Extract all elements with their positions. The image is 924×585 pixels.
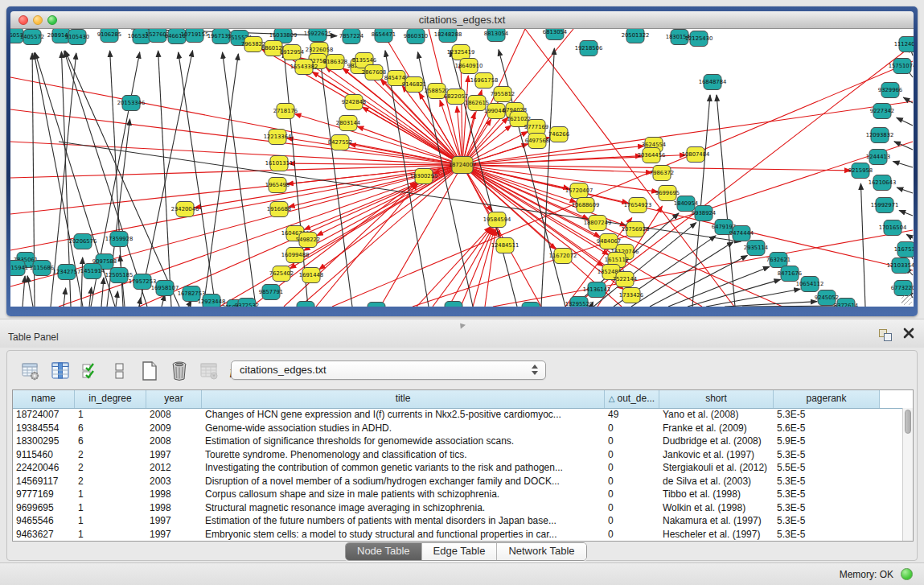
- column-header-short[interactable]: short: [659, 390, 774, 408]
- graph-node-label: 1733426: [619, 292, 643, 299]
- graph-edge-black[interactable]: [706, 289, 800, 307]
- graph-edge-red[interactable]: [10, 77, 462, 165]
- graph-node[interactable]: [368, 303, 385, 307]
- graph-edge-black[interactable]: [81, 257, 83, 307]
- tab-edge-table[interactable]: Edge Table: [422, 543, 498, 560]
- table-row[interactable]: 946362711997Embryonic stem cells: a mode…: [13, 528, 902, 542]
- graph-node-label: 16958107: [151, 285, 179, 291]
- graph-node-label: 16848784: [699, 79, 727, 85]
- graph-node-label: 15922625: [304, 31, 332, 37]
- table-row[interactable]: 977716911998Corpus callosum shape and si…: [13, 488, 902, 501]
- graph-edge-black[interactable]: [897, 187, 913, 193]
- new-table-icon[interactable]: [139, 360, 160, 381]
- table-settings-icon[interactable]: [20, 360, 41, 381]
- column-header-title[interactable]: title: [202, 390, 605, 408]
- graph-edge-red[interactable]: [525, 29, 734, 307]
- graph-edge-red[interactable]: [493, 230, 913, 307]
- graph-edge-black[interactable]: [899, 210, 913, 216]
- graph-edge-black[interactable]: [742, 306, 846, 307]
- graph-edge-red[interactable]: [10, 165, 462, 286]
- table-row[interactable]: 1872400712008Changes of HCN gene express…: [13, 408, 902, 422]
- window-titlebar[interactable]: citations_edges.txt: [10, 11, 914, 29]
- graph-edge-red[interactable]: [300, 165, 462, 307]
- table-row[interactable]: 911546021997Tourette syndrome. Phenomeno…: [13, 448, 902, 462]
- table-cell-name: 19384554: [13, 422, 75, 434]
- canvas-resize-grip-icon[interactable]: [901, 295, 912, 305]
- graph-edge-black[interactable]: [906, 234, 913, 238]
- graph-edge-red[interactable]: [462, 165, 913, 270]
- graph-node-label: 12325419: [447, 49, 475, 56]
- graph-edge-black[interactable]: [668, 266, 770, 307]
- network-graph[interactable]: 2060530140557220891406910543091062851065…: [10, 29, 914, 307]
- graph-edge-black[interactable]: [860, 183, 865, 307]
- graph-edge-black[interactable]: [893, 162, 913, 167]
- graph-node-label: 18640910: [455, 63, 483, 69]
- graph-edge-red[interactable]: [287, 138, 462, 165]
- graph-edge-red[interactable]: [462, 146, 644, 165]
- table-cell-out_degree: 0: [605, 476, 659, 487]
- graph-node-label: 9474444: [729, 230, 754, 237]
- splitter-handle[interactable]: [458, 321, 466, 329]
- table-cell-short: Stergiakouli et al. (2012): [659, 462, 774, 473]
- graph-edge-red[interactable]: [362, 107, 462, 165]
- column-header-out_degree[interactable]: △out_de...: [605, 390, 659, 408]
- graph-node-label: 17359928: [105, 236, 133, 242]
- tab-network-table[interactable]: Network Table: [497, 543, 585, 560]
- table-row[interactable]: 1456911722003Disruption of a novel membe…: [13, 475, 902, 488]
- graph-node-label: 1405572: [20, 34, 44, 40]
- float-panel-icon[interactable]: [879, 329, 892, 340]
- table-panel: f(x) citations_edges.txt namein_degreeye…: [6, 350, 918, 561]
- graph-edge-black[interactable]: [158, 51, 171, 307]
- graph-node[interactable]: [522, 303, 540, 307]
- graph-edge-black[interactable]: [101, 278, 104, 307]
- graph-edge-red[interactable]: [380, 165, 462, 307]
- graph-edge-red[interactable]: [316, 183, 417, 307]
- table-toolbar: f(x): [20, 359, 248, 383]
- graph-node-label: 18724007: [449, 162, 477, 168]
- graph-edge-black[interactable]: [139, 51, 193, 307]
- column-visibility-icon[interactable]: [50, 360, 71, 381]
- column-header-name[interactable]: name: [13, 390, 75, 408]
- close-panel-icon[interactable]: [903, 328, 914, 339]
- table-body[interactable]: 1872400712008Changes of HCN gene express…: [13, 408, 902, 541]
- table-cell-short: Dudbridge et al. (2008): [659, 435, 774, 447]
- graph-edge-red[interactable]: [220, 165, 462, 307]
- column-header-in_degree[interactable]: in_degree: [75, 390, 146, 408]
- graph-edge-black[interactable]: [223, 52, 256, 307]
- graph-node-label: 12103354: [887, 262, 914, 269]
- scrollbar-thumb[interactable]: [905, 410, 911, 434]
- graph-node-label: 9245052: [815, 295, 839, 301]
- table-row[interactable]: 1938455462009Genome-wide association stu…: [13, 422, 902, 435]
- graph-node-label: 15751074: [889, 63, 914, 69]
- row-selection-icon[interactable]: [80, 360, 101, 381]
- graph-node-label: 14136141: [583, 286, 611, 293]
- table-cell-pagerank: 5.9E-5: [774, 435, 880, 447]
- graph-edge-black[interactable]: [116, 291, 117, 307]
- tab-node-table[interactable]: Node Table: [346, 543, 422, 560]
- graph-node-label: 20206576: [69, 238, 97, 245]
- table-row[interactable]: 2242004622012Investigating the contribut…: [13, 461, 902, 475]
- delete-entries-icon[interactable]: [169, 360, 190, 381]
- table-row[interactable]: 1830029562008Estimation of significance …: [13, 435, 902, 448]
- memory-status-icon[interactable]: [901, 568, 913, 580]
- graph-node-label: 8225471: [441, 306, 466, 307]
- table-cell-pagerank: 5.3E-5: [774, 409, 880, 420]
- table-row[interactable]: 969969511998Structural magnetic resonanc…: [13, 501, 902, 515]
- node-table[interactable]: namein_degreeyeartitle△out_de...shortpag…: [12, 389, 914, 542]
- row-height-icon[interactable]: [109, 360, 130, 381]
- graph-edge-red[interactable]: [473, 229, 495, 307]
- graph-node-label: 15992971: [871, 202, 899, 208]
- table-cell-pagerank: 5.3E-5: [774, 515, 880, 526]
- network-graph-canvas[interactable]: 2060530140557220891406910543091062851065…: [10, 29, 914, 307]
- graph-edge-black[interactable]: [203, 54, 238, 307]
- column-header-pagerank[interactable]: pagerank: [774, 390, 880, 408]
- graph-edge-black[interactable]: [23, 276, 25, 307]
- table-row[interactable]: 946554611997Estimation of the future num…: [13, 514, 902, 528]
- column-header-year[interactable]: year: [146, 390, 202, 408]
- vertical-scrollbar[interactable]: [902, 408, 913, 541]
- graph-node-label: 9777169: [524, 124, 548, 130]
- table-select-dropdown[interactable]: citations_edges.txt: [231, 360, 546, 380]
- graph-edge-black[interactable]: [897, 117, 913, 126]
- graph-node-label: 16033809: [269, 32, 298, 39]
- graph-edge-red[interactable]: [433, 228, 491, 307]
